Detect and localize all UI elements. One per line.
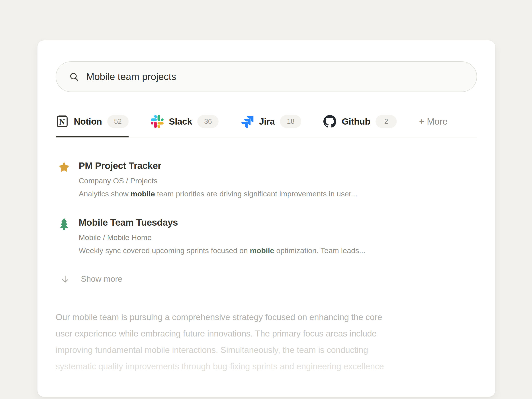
tab-slack-count: 36 (197, 115, 219, 128)
results-list: PM Project Tracker Company OS / Projects… (56, 160, 477, 284)
tab-jira[interactable]: Jira 18 (241, 115, 301, 137)
tab-jira-count: 18 (280, 115, 301, 128)
search-results-card: N Notion 52 (37, 40, 495, 397)
slack-icon (151, 115, 164, 128)
summary-line: Our mobile team is pursuing a comprehens… (56, 309, 477, 325)
svg-text:N: N (59, 118, 65, 126)
summary-line: systematic quality improvements through … (56, 358, 477, 375)
result-title: Mobile Team Tuesdays (79, 217, 365, 228)
tab-github-count: 2 (375, 115, 397, 128)
show-more-label: Show more (81, 274, 122, 284)
summary-line: user experience while embracing future i… (56, 325, 477, 342)
github-icon (323, 115, 336, 128)
pine-tree-icon (58, 217, 70, 231)
tab-notion[interactable]: N Notion 52 (56, 115, 129, 137)
result-breadcrumb: Company OS / Projects (79, 177, 357, 185)
tab-notion-label: Notion (74, 116, 102, 127)
tab-slack[interactable]: Slack 36 (151, 115, 219, 137)
ai-summary-text: Our mobile team is pursuing a comprehens… (56, 309, 477, 375)
source-tabs: N Notion 52 (56, 115, 477, 137)
search-bar[interactable] (56, 61, 477, 92)
show-more-button[interactable]: Show more (58, 274, 477, 284)
snippet-highlight: mobile (250, 246, 274, 255)
more-tabs-button[interactable]: + More (419, 116, 448, 136)
notion-icon: N (56, 115, 69, 128)
snippet-highlight: mobile (131, 190, 155, 198)
arrow-down-icon (60, 274, 70, 284)
search-icon (69, 72, 79, 82)
result-mobile-team-tuesdays[interactable]: Mobile Team Tuesdays Mobile / Mobile Hom… (58, 217, 477, 255)
result-snippet: Analytics show mobile team priorities ar… (79, 190, 357, 198)
result-snippet: Weekly sync covered upcoming sprints foc… (79, 246, 365, 255)
star-icon (58, 160, 70, 174)
tab-jira-label: Jira (259, 116, 275, 127)
tab-github[interactable]: Github 2 (323, 115, 397, 137)
result-pm-project-tracker[interactable]: PM Project Tracker Company OS / Projects… (58, 160, 477, 198)
result-breadcrumb: Mobile / Mobile Home (79, 233, 365, 242)
tab-slack-label: Slack (169, 116, 192, 127)
jira-icon (241, 115, 253, 128)
search-input[interactable] (86, 71, 464, 82)
summary-line: improving fundamental mobile interaction… (56, 342, 477, 358)
result-title: PM Project Tracker (79, 160, 357, 171)
tab-github-label: Github (342, 116, 370, 127)
tab-notion-count: 52 (107, 115, 129, 128)
